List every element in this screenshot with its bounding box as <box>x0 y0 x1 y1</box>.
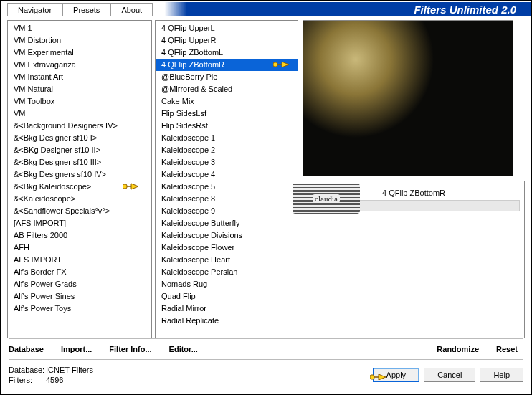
header: Navigator Presets About Filters Unlimite… <box>1 1 531 17</box>
list-item[interactable]: VM <box>8 108 151 120</box>
cancel-button[interactable]: Cancel <box>424 368 475 382</box>
list-item[interactable]: Quad Flip <box>156 290 298 303</box>
list-item[interactable]: Kaleidoscope Butterfly <box>156 217 298 229</box>
action-row-1: Database Import... Filter Info... Editor… <box>1 339 531 359</box>
list-item[interactable]: Kaleidoscope Persian <box>156 266 298 278</box>
list-item[interactable]: Kaleidoscope Flower <box>156 242 298 254</box>
tab-bar: Navigator Presets About <box>1 3 153 16</box>
category-list[interactable]: VM 1VM DistortionVM ExperimentalVM Extra… <box>7 20 152 338</box>
database-button[interactable]: Database <box>9 345 44 353</box>
list-item[interactable]: 4 QFlip ZBottomL <box>156 47 298 59</box>
list-item[interactable]: &<Bkg Designer sf10 III> <box>8 156 151 168</box>
list-item[interactable]: Kaleidoscope 3 <box>156 156 298 168</box>
parameter-title: 4 QFlip ZBottomR <box>308 184 520 199</box>
list-item[interactable]: Alf's Border FX <box>8 266 151 278</box>
list-item[interactable]: &<Sandflower Specials°v°> <box>8 205 151 217</box>
list-item[interactable]: &<BKg Designer sf10 II> <box>8 144 151 156</box>
database-info: Database:ICNET-Filters Filters:4596 <box>9 365 93 385</box>
list-item[interactable]: VM Natural <box>8 83 151 95</box>
list-item[interactable]: VM Experimental <box>8 47 151 59</box>
list-item[interactable]: Alf's Power Grads <box>8 278 151 290</box>
list-item[interactable]: AB Filters 2000 <box>8 229 151 242</box>
import-button[interactable]: Import... <box>61 345 92 353</box>
list-item[interactable]: @BlueBerry Pie <box>156 71 298 83</box>
list-item[interactable]: AFH <box>8 242 151 254</box>
tab-presets[interactable]: Presets <box>62 3 110 16</box>
list-item[interactable]: Alf's Power Sines <box>8 290 151 303</box>
list-item[interactable]: AFS IMPORT <box>8 254 151 266</box>
list-item[interactable]: &<Bkg Designers sf10 IV> <box>8 168 151 181</box>
list-item[interactable]: 4 QFlip UpperR <box>156 34 298 47</box>
reset-button[interactable]: Reset <box>496 345 518 353</box>
filter-list[interactable]: 4 QFlip UpperL4 QFlip UpperR4 QFlip ZBot… <box>155 20 298 338</box>
list-item[interactable]: 4 QFlip ZBottomR <box>156 59 298 71</box>
list-item[interactable]: Flip SidesRsf <box>156 120 298 132</box>
footer: Database:ICNET-Filters Filters:4596 Appl… <box>1 360 531 390</box>
list-item[interactable]: Kaleidoscope Heart <box>156 254 298 266</box>
main-area: VM 1VM DistortionVM ExperimentalVM Extra… <box>1 17 531 338</box>
list-item[interactable]: [AFS IMPORT] <box>8 217 151 229</box>
list-item[interactable]: VM 1 <box>8 22 151 34</box>
filters-label: Filters: <box>9 375 46 385</box>
tab-about[interactable]: About <box>110 3 153 16</box>
filters-value: 4596 <box>46 376 63 384</box>
filter-info-button[interactable]: Filter Info... <box>109 345 151 353</box>
right-panel: 4 QFlip ZBottomR <box>301 20 525 338</box>
list-item[interactable]: 4 QFlip UpperL <box>156 22 298 34</box>
list-item[interactable]: Kaleidoscope 9 <box>156 205 298 217</box>
list-item[interactable]: Nomads Rug <box>156 278 298 290</box>
list-item[interactable]: Kaleidoscope 2 <box>156 144 298 156</box>
list-item[interactable]: Kaleidoscope Divisions <box>156 229 298 242</box>
title-bar: Filters Unlimited 2.0 <box>157 2 531 16</box>
list-item[interactable]: VM Distortion <box>8 34 151 47</box>
list-item[interactable]: Cake Mix <box>156 95 298 108</box>
list-item[interactable]: &<Bkg Designer sf10 I> <box>8 132 151 144</box>
list-item[interactable]: Alf's Power Toys <box>8 303 151 315</box>
editor-button[interactable]: Editor... <box>169 345 198 353</box>
db-label: Database: <box>9 365 46 375</box>
preview-content <box>303 21 513 176</box>
randomize-button[interactable]: Randomize <box>437 345 479 353</box>
list-item[interactable]: Kaleidoscope 8 <box>156 193 298 205</box>
list-item[interactable]: &<Bkg Kaleidoscope> <box>8 181 151 193</box>
list-item[interactable]: VM Toolbox <box>8 95 151 108</box>
list-item[interactable]: Kaleidoscope 5 <box>156 181 298 193</box>
list-item[interactable]: &<Kaleidoscope> <box>8 193 151 205</box>
parameter-slider[interactable] <box>308 200 520 211</box>
list-item[interactable]: VM Instant Art <box>8 71 151 83</box>
list-item[interactable]: Radial Replicate <box>156 315 298 327</box>
list-item[interactable]: Kaleidoscope 1 <box>156 132 298 144</box>
tab-navigator[interactable]: Navigator <box>7 3 62 16</box>
list-item[interactable]: &<Background Designers IV> <box>8 120 151 132</box>
preview-image <box>303 20 513 176</box>
apply-button[interactable]: Apply <box>373 368 420 382</box>
list-item[interactable]: Radial Mirror <box>156 303 298 315</box>
list-item[interactable]: Flip SidesLsf <box>156 108 298 120</box>
parameters-panel: 4 QFlip ZBottomR <box>303 181 525 338</box>
list-item[interactable]: VM Extravaganza <box>8 59 151 71</box>
app-title: Filters Unlimited 2.0 <box>414 4 516 16</box>
list-item[interactable]: Kaleidoscope 4 <box>156 168 298 181</box>
help-button[interactable]: Help <box>480 368 523 382</box>
list-item[interactable]: @Mirrored & Scaled <box>156 83 298 95</box>
db-value: ICNET-Filters <box>46 366 93 374</box>
